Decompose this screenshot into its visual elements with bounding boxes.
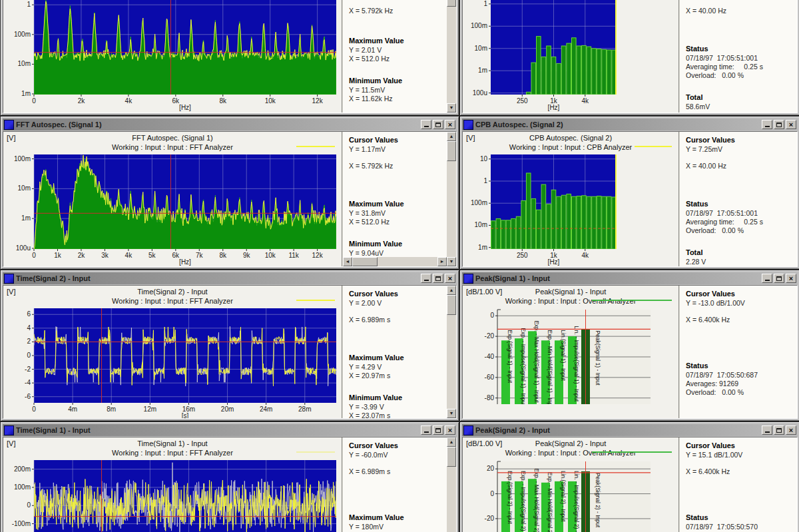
scroll-left-arrow[interactable]: ◄ — [343, 257, 352, 266]
chart-canvas[interactable]: 6420-2-4-604m8m12m16m20m24m28m[s] — [3, 306, 342, 418]
scroll-right-arrow[interactable]: ► — [437, 257, 447, 266]
legend-line — [592, 300, 672, 301]
maximize-button[interactable] — [774, 425, 784, 435]
panel-line: Y = 15.1 dB/1.00V — [686, 451, 794, 459]
svg-text:-20: -20 — [485, 515, 495, 522]
panel-heading: Cursor Values — [686, 136, 794, 145]
maximize-button[interactable] — [433, 274, 443, 283]
scrollbar-thumb[interactable] — [352, 257, 378, 266]
panel-line: X = 6.989m s — [349, 316, 444, 324]
panel-line — [349, 476, 444, 484]
scrollbar-thumb[interactable] — [447, 141, 456, 161]
plot-subtitle: Working : Input : Input : FFT Analyzer — [3, 297, 342, 306]
panel-line: Y = 1.17mV — [349, 145, 444, 154]
panel-heading: Status — [686, 513, 794, 523]
panel-line: Y = -13.0 dB/1.00V — [686, 299, 794, 308]
minimize-button[interactable] — [762, 425, 772, 435]
app-icon[interactable] — [4, 120, 14, 130]
scroll-down-arrow[interactable]: ▼ — [447, 409, 456, 418]
app-icon[interactable] — [4, 425, 14, 435]
close-button[interactable]: × — [786, 425, 796, 435]
minimize-button[interactable] — [421, 120, 431, 129]
scroll-up-arrow[interactable]: ▲ — [447, 286, 456, 295]
maximize-button[interactable] — [774, 120, 784, 129]
window-time-signal2-input: Time(Signal 2) - Input × [V] Time(Signal… — [0, 270, 459, 421]
svg-text:10k: 10k — [265, 252, 276, 259]
panel-line — [686, 80, 794, 88]
plot-pane: [dB/1.00 V] Peak(Signal 1) - Input Worki… — [463, 286, 678, 418]
app-icon[interactable] — [4, 274, 14, 284]
panel-line — [686, 476, 794, 484]
app-icon[interactable] — [463, 425, 473, 435]
svg-text:1m: 1m — [21, 214, 31, 222]
window-titlebar[interactable]: CPB Autospec. (Signal 2) × — [462, 119, 798, 131]
chart-canvas[interactable]: 0-20-40-60-80Exp.(Signal 1) - InputExp. … — [463, 306, 678, 418]
panel-heading: Status — [686, 45, 794, 54]
chart-canvas[interactable]: 101100m10m1m2501k4k[Hz] — [463, 152, 678, 266]
svg-text:1: 1 — [27, 1, 31, 8]
svg-text:4k: 4k — [125, 252, 133, 259]
chart-canvas[interactable]: 1100m10m1m100u2501k4k[Hz] — [463, 0, 678, 112]
svg-text:100u: 100u — [473, 89, 487, 97]
svg-text:Exp. - Impulse(Signal 2) - Inp: Exp. - Impulse(Signal 2) - Input — [520, 471, 527, 532]
plot-pane: [V] Time(Signal 2) - Input Working : Inp… — [3, 286, 342, 418]
close-button[interactable]: × — [786, 120, 796, 129]
scroll-up-arrow[interactable]: ▲ — [447, 132, 456, 141]
close-button[interactable]: × — [786, 274, 796, 283]
chart-canvas[interactable]: 1100m10m1m02k4k6k8k10k12k[Hz] — [3, 0, 342, 112]
minimize-button[interactable] — [421, 425, 431, 435]
window-title: Peak(Signal 2) - Input — [475, 426, 760, 434]
panel-line — [686, 0, 794, 7]
scrollbar-thumb[interactable] — [447, 0, 456, 7]
close-button[interactable]: × — [445, 120, 455, 129]
svg-text:0: 0 — [490, 490, 494, 497]
minimize-button[interactable] — [421, 274, 431, 283]
vertical-scrollbar[interactable]: ▲▼ — [447, 132, 456, 266]
panel-line — [686, 484, 794, 492]
window-title: Time(Signal 2) - Input — [16, 274, 419, 282]
scroll-down-arrow[interactable]: ▼ — [447, 257, 456, 266]
panel-heading: Minimum Value — [349, 394, 444, 403]
minimize-button[interactable] — [762, 274, 772, 283]
window-titlebar[interactable]: Time(Signal 2) - Input × — [3, 272, 457, 284]
svg-text:8m: 8m — [107, 405, 116, 413]
y-axis-unit-label: [V] — [7, 439, 15, 447]
scroll-down-arrow[interactable]: ▼ — [447, 103, 456, 113]
svg-text:250: 250 — [517, 97, 528, 105]
close-button[interactable]: × — [445, 274, 455, 283]
app-icon[interactable] — [463, 274, 473, 284]
window-titlebar[interactable]: Time(Signal 1) - Input × — [3, 424, 457, 436]
maximize-icon — [435, 123, 441, 127]
window-titlebar[interactable]: Peak(Signal 2) - Input × — [462, 424, 798, 436]
chart-canvas[interactable]: 200m100m0-100m-200m04m8m12m16m20m24m28m[… — [3, 457, 342, 532]
minimize-button[interactable] — [762, 120, 772, 129]
panel-block: Cursor ValuesY = 7.25mVX = 40.00 Hz — [686, 136, 794, 194]
svg-text:[Hz]: [Hz] — [179, 104, 191, 111]
maximize-button[interactable] — [774, 274, 784, 283]
mdi-workspace: FFT Autospec. (Signal 1) × [V] FFT Autos… — [0, 0, 799, 532]
close-button[interactable]: × — [445, 425, 455, 435]
vertical-scrollbar[interactable]: ▲▼ — [447, 286, 456, 418]
panel-line: X = 5.792k Hz — [349, 7, 444, 15]
svg-text:1m: 1m — [21, 90, 31, 97]
svg-text:Exp. - Impulse(Signal 1) - Inp: Exp. - Impulse(Signal 1) - Input — [520, 328, 527, 406]
scroll-up-arrow[interactable]: ▲ — [447, 437, 456, 447]
panel-block: Maximum ValueY = 31.8mVX = 512.0 Hz — [349, 200, 444, 234]
panel-block: Total58.6mV — [686, 93, 794, 111]
panel-line — [686, 492, 794, 500]
scrollbar-thumb[interactable] — [447, 447, 456, 467]
horizontal-scrollbar[interactable]: ◄► — [343, 257, 447, 266]
vertical-scrollbar[interactable]: ▲▼ — [447, 437, 456, 532]
chart-canvas[interactable]: 200-20-40Exp.(Signal 2) - InputExp. - Im… — [463, 457, 678, 532]
vertical-scrollbar[interactable]: ▲▼ — [447, 0, 456, 113]
chart-canvas[interactable]: 100m10m1m100u01k2k3k4k5k6k7k8k9k10k11k12… — [3, 152, 342, 266]
panel-heading: Total — [686, 93, 794, 103]
app-icon[interactable] — [463, 120, 473, 130]
maximize-button[interactable] — [433, 120, 443, 129]
plot-subtitle: Working : Input : Input : Overall Analyz… — [463, 297, 678, 306]
y-axis-unit-label: [dB/1.00 V] — [466, 288, 502, 296]
maximize-button[interactable] — [433, 425, 443, 435]
scrollbar-thumb[interactable] — [447, 295, 456, 315]
window-titlebar[interactable]: Peak(Signal 1) - Input × — [462, 272, 798, 284]
window-titlebar[interactable]: FFT Autospec. (Signal 1) × — [3, 119, 457, 131]
